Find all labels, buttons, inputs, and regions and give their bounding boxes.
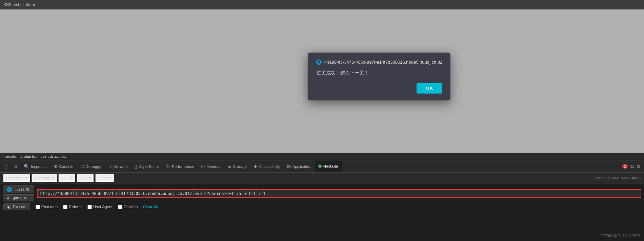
referer-label: Referer (69, 205, 82, 209)
accessibility-icon: ✚ (254, 164, 257, 169)
alert-dialog-header: 🌐 44a804f3-3475-405b-897f-e14f7d330516.n… (316, 59, 442, 65)
alert-dialog: 🌐 44a804f3-3475-405b-897f-e14f7d330516.n… (308, 52, 450, 100)
memory-icon: ⬡ (201, 164, 205, 169)
cookies-label: Cookies (124, 205, 138, 209)
tab-debugger[interactable]: ⬡ Debugger (77, 160, 106, 172)
hackbar-sql-menu[interactable]: SQL ▾ (58, 174, 76, 182)
user-agent-checkbox-label[interactable]: User Agent (87, 205, 113, 209)
tab-hackbar[interactable]: HackBar (315, 160, 342, 172)
tab-performance-label: Performance (172, 165, 194, 169)
hackbar-xss-label: XSS (80, 176, 88, 180)
hackbar-other-label: Other (98, 176, 108, 180)
tab-style-editor-label: Style Editor (139, 165, 159, 169)
devtools-panel: ⬚ ⧉ 🔍 Inspector ⊞ Console ⬡ Debugger ↕ N… (0, 160, 644, 241)
browser-title-bar: XSS test platform (0, 0, 644, 9)
hackbar-xss-menu[interactable]: XSS ▾ (77, 174, 94, 182)
tab-memory-label: Memory (206, 165, 221, 169)
style-editor-icon: {} (135, 164, 138, 169)
hackbar-encryption-arrow: ▾ (25, 176, 27, 180)
tab-accessibility[interactable]: ✚ Accessibility (250, 160, 284, 172)
console-icon: ⊞ (54, 164, 57, 169)
execute-label: Execute (13, 205, 26, 209)
tab-storage-label: Storage (233, 165, 247, 169)
tab-inspector[interactable]: 🔍 Inspector (20, 160, 50, 172)
pick-icon: ⬚ (3, 164, 7, 169)
load-url-icon: 🌐 (6, 187, 12, 192)
url-row: 🌐 Load URL ⚙ Split URL (3, 185, 641, 201)
post-data-checkbox-label[interactable]: Post data (36, 205, 58, 209)
execute-button[interactable]: ▶ Execute (3, 203, 30, 210)
hackbar-encoding-label: Encoding (35, 176, 51, 180)
tab-inspector-label: Inspector (31, 165, 47, 169)
inspector-icon: 🔍 (24, 164, 29, 169)
hackbar-dot-icon (318, 165, 322, 168)
alert-dialog-body: 过关成功！进入下一关！ (316, 70, 442, 76)
tab-console-label: Console (59, 165, 73, 169)
tab-network[interactable]: ↕ Network (106, 160, 131, 172)
split-url-button[interactable]: ⚙ Split URL (3, 194, 34, 201)
devtools-responsive-tool[interactable]: ⧉ (11, 160, 20, 172)
referer-checkbox[interactable] (63, 205, 67, 209)
tab-console[interactable]: ⊞ Console (50, 160, 77, 172)
tab-style-editor[interactable]: {} Style Editor (131, 160, 163, 172)
network-icon: ↕ (109, 164, 112, 169)
alert-dialog-domain: 44a804f3-3475-405b-897f-e14f7d330516.nod… (324, 60, 442, 65)
url-input[interactable] (37, 189, 641, 198)
globe-icon: 🌐 (316, 59, 322, 65)
load-url-label: Load URL (14, 188, 31, 192)
devtools-right-controls: 1 ⧉ ✕ (622, 160, 644, 172)
tab-performance[interactable]: ⏱ Performance (162, 160, 198, 172)
tab-hackbar-label: HackBar (323, 164, 338, 168)
status-bar: Transferring data from bce.bdstatic.com.… (0, 153, 644, 160)
page-area: 🌐 44a804f3-3475-405b-897f-e14f7d330516.n… (0, 9, 644, 153)
tab-accessibility-label: Accessibility (259, 165, 280, 169)
tab-application[interactable]: ⊞ Application (284, 160, 315, 172)
post-data-label: Post data (41, 205, 58, 209)
execute-icon: ▶ (7, 205, 11, 209)
devtools-close-icon[interactable]: ✕ (637, 164, 641, 169)
action-buttons: 🌐 Load URL ⚙ Split URL (3, 185, 34, 201)
user-agent-label: User Agent (93, 205, 113, 209)
tab-debugger-label: Debugger (86, 165, 103, 169)
tab-network-label: Network (114, 165, 128, 169)
referer-checkbox-label[interactable]: Referer (63, 205, 82, 209)
devtools-pick-tool[interactable]: ⬚ (0, 160, 11, 172)
cookies-checkbox-label[interactable]: Cookies (118, 205, 138, 209)
browser-title: XSS test platform (3, 2, 35, 7)
hackbar-other-menu[interactable]: Other ▾ (95, 174, 115, 182)
post-data-checkbox[interactable] (36, 205, 40, 209)
performance-icon: ⏱ (166, 164, 170, 169)
alert-dialog-footer: OK (316, 83, 442, 93)
storage-icon: ☰ (227, 164, 232, 169)
tab-application-label: Application (293, 165, 311, 169)
error-count-badge: 1 (622, 164, 628, 169)
tab-memory[interactable]: ⬡ Memory (198, 160, 224, 172)
hackbar-contribute[interactable]: Contribute now! HackBar v2 (593, 176, 641, 180)
hackbar-contribute-text: Contribute now! (593, 176, 620, 180)
hackbar-encryption-label: Encryption (6, 176, 24, 180)
status-text: Transferring data from bce.bdstatic.com.… (3, 154, 72, 158)
hackbar-encryption-menu[interactable]: Encryption ▾ (3, 174, 31, 182)
devtools-resize-icon[interactable]: ⧉ (630, 163, 634, 169)
devtools-tabs: ⬚ ⧉ 🔍 Inspector ⊞ Console ⬡ Debugger ↕ N… (0, 160, 644, 173)
application-icon: ⊞ (287, 164, 291, 169)
hackbar-sql-arrow: ▾ (71, 176, 73, 180)
url-input-wrapper (37, 189, 641, 198)
hackbar-sql-label: SQL (62, 176, 69, 180)
clear-all-button[interactable]: Clear All (143, 205, 158, 209)
load-url-button[interactable]: 🌐 Load URL (3, 185, 34, 193)
hackbar-other-arrow: ▾ (109, 176, 111, 180)
hackbar-encoding-menu[interactable]: Encoding ▾ (32, 174, 58, 182)
alert-ok-button[interactable]: OK (417, 83, 443, 93)
hackbar-version-text: HackBar v2 (622, 176, 641, 180)
user-agent-checkbox[interactable] (87, 205, 92, 209)
debugger-icon: ⬡ (80, 164, 84, 169)
cookies-checkbox[interactable] (118, 205, 122, 209)
hackbar-content: 🌐 Load URL ⚙ Split URL ▶ Execute (0, 183, 644, 241)
csdn-watermark: CSDN @Da1NtY0926 (601, 234, 641, 238)
split-url-icon: ⚙ (6, 196, 10, 200)
tab-storage[interactable]: ☰ Storage (224, 160, 250, 172)
split-url-label: Split URL (12, 196, 27, 200)
hackbar-xss-arrow: ▾ (89, 176, 91, 180)
responsive-icon: ⧉ (14, 164, 17, 169)
